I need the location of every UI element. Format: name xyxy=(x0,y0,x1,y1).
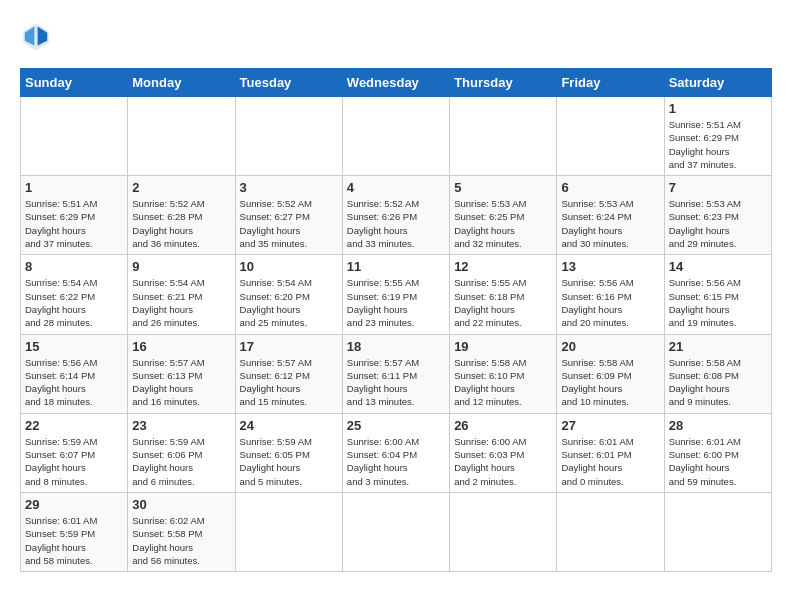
calendar-cell xyxy=(21,97,128,176)
day-info: Sunrise: 5:51 AMSunset: 6:29 PMDaylight … xyxy=(25,197,123,250)
calendar-header-row: SundayMondayTuesdayWednesdayThursdayFrid… xyxy=(21,69,772,97)
calendar-cell: 6Sunrise: 5:53 AMSunset: 6:24 PMDaylight… xyxy=(557,176,664,255)
col-header-friday: Friday xyxy=(557,69,664,97)
day-number: 16 xyxy=(132,339,230,354)
day-number: 29 xyxy=(25,497,123,512)
calendar-week-2: 1Sunrise: 5:51 AMSunset: 6:29 PMDaylight… xyxy=(21,176,772,255)
day-info: Sunrise: 5:54 AMSunset: 6:20 PMDaylight … xyxy=(240,276,338,329)
day-number: 18 xyxy=(347,339,445,354)
day-info: Sunrise: 6:00 AMSunset: 6:03 PMDaylight … xyxy=(454,435,552,488)
calendar-cell xyxy=(557,97,664,176)
day-info: Sunrise: 6:00 AMSunset: 6:04 PMDaylight … xyxy=(347,435,445,488)
calendar-cell: 24Sunrise: 5:59 AMSunset: 6:05 PMDayligh… xyxy=(235,413,342,492)
day-info: Sunrise: 5:59 AMSunset: 6:05 PMDaylight … xyxy=(240,435,338,488)
calendar-cell: 19Sunrise: 5:58 AMSunset: 6:10 PMDayligh… xyxy=(450,334,557,413)
day-number: 5 xyxy=(454,180,552,195)
day-number: 6 xyxy=(561,180,659,195)
calendar-cell: 17Sunrise: 5:57 AMSunset: 6:12 PMDayligh… xyxy=(235,334,342,413)
calendar-cell xyxy=(128,97,235,176)
logo xyxy=(20,20,56,52)
calendar-cell: 25Sunrise: 6:00 AMSunset: 6:04 PMDayligh… xyxy=(342,413,449,492)
calendar-cell: 23Sunrise: 5:59 AMSunset: 6:06 PMDayligh… xyxy=(128,413,235,492)
calendar-cell: 13Sunrise: 5:56 AMSunset: 6:16 PMDayligh… xyxy=(557,255,664,334)
day-info: Sunrise: 5:56 AMSunset: 6:14 PMDaylight … xyxy=(25,356,123,409)
calendar-cell: 18Sunrise: 5:57 AMSunset: 6:11 PMDayligh… xyxy=(342,334,449,413)
day-info: Sunrise: 5:52 AMSunset: 6:28 PMDaylight … xyxy=(132,197,230,250)
day-number: 22 xyxy=(25,418,123,433)
calendar-cell: 30Sunrise: 6:02 AMSunset: 5:58 PMDayligh… xyxy=(128,492,235,571)
day-number: 1 xyxy=(25,180,123,195)
col-header-monday: Monday xyxy=(128,69,235,97)
calendar-cell: 1Sunrise: 5:51 AMSunset: 6:29 PMDaylight… xyxy=(664,97,771,176)
calendar-week-6: 29Sunrise: 6:01 AMSunset: 5:59 PMDayligh… xyxy=(21,492,772,571)
day-number: 8 xyxy=(25,259,123,274)
day-info: Sunrise: 5:56 AMSunset: 6:16 PMDaylight … xyxy=(561,276,659,329)
calendar-cell: 2Sunrise: 5:52 AMSunset: 6:28 PMDaylight… xyxy=(128,176,235,255)
col-header-tuesday: Tuesday xyxy=(235,69,342,97)
day-number: 20 xyxy=(561,339,659,354)
calendar-cell: 9Sunrise: 5:54 AMSunset: 6:21 PMDaylight… xyxy=(128,255,235,334)
day-info: Sunrise: 5:51 AMSunset: 6:29 PMDaylight … xyxy=(669,118,767,171)
day-info: Sunrise: 5:52 AMSunset: 6:27 PMDaylight … xyxy=(240,197,338,250)
calendar-cell: 4Sunrise: 5:52 AMSunset: 6:26 PMDaylight… xyxy=(342,176,449,255)
calendar-cell: 12Sunrise: 5:55 AMSunset: 6:18 PMDayligh… xyxy=(450,255,557,334)
day-info: Sunrise: 5:59 AMSunset: 6:07 PMDaylight … xyxy=(25,435,123,488)
day-info: Sunrise: 5:58 AMSunset: 6:09 PMDaylight … xyxy=(561,356,659,409)
calendar-cell: 22Sunrise: 5:59 AMSunset: 6:07 PMDayligh… xyxy=(21,413,128,492)
day-number: 19 xyxy=(454,339,552,354)
day-info: Sunrise: 5:54 AMSunset: 6:21 PMDaylight … xyxy=(132,276,230,329)
day-number: 17 xyxy=(240,339,338,354)
calendar-cell: 10Sunrise: 5:54 AMSunset: 6:20 PMDayligh… xyxy=(235,255,342,334)
day-number: 23 xyxy=(132,418,230,433)
day-number: 14 xyxy=(669,259,767,274)
logo-icon xyxy=(20,20,52,52)
day-number: 2 xyxy=(132,180,230,195)
day-number: 24 xyxy=(240,418,338,433)
day-number: 26 xyxy=(454,418,552,433)
col-header-sunday: Sunday xyxy=(21,69,128,97)
day-info: Sunrise: 6:01 AMSunset: 6:01 PMDaylight … xyxy=(561,435,659,488)
calendar-cell xyxy=(450,97,557,176)
calendar-cell: 28Sunrise: 6:01 AMSunset: 6:00 PMDayligh… xyxy=(664,413,771,492)
calendar-cell: 15Sunrise: 5:56 AMSunset: 6:14 PMDayligh… xyxy=(21,334,128,413)
day-info: Sunrise: 5:58 AMSunset: 6:08 PMDaylight … xyxy=(669,356,767,409)
day-number: 15 xyxy=(25,339,123,354)
calendar-week-4: 15Sunrise: 5:56 AMSunset: 6:14 PMDayligh… xyxy=(21,334,772,413)
col-header-saturday: Saturday xyxy=(664,69,771,97)
day-number: 30 xyxy=(132,497,230,512)
calendar-cell: 11Sunrise: 5:55 AMSunset: 6:19 PMDayligh… xyxy=(342,255,449,334)
calendar-cell xyxy=(235,492,342,571)
calendar-week-5: 22Sunrise: 5:59 AMSunset: 6:07 PMDayligh… xyxy=(21,413,772,492)
day-number: 3 xyxy=(240,180,338,195)
day-info: Sunrise: 5:52 AMSunset: 6:26 PMDaylight … xyxy=(347,197,445,250)
calendar-cell: 26Sunrise: 6:00 AMSunset: 6:03 PMDayligh… xyxy=(450,413,557,492)
day-info: Sunrise: 5:55 AMSunset: 6:18 PMDaylight … xyxy=(454,276,552,329)
page-header xyxy=(20,20,772,52)
day-number: 28 xyxy=(669,418,767,433)
day-number: 13 xyxy=(561,259,659,274)
calendar-table: SundayMondayTuesdayWednesdayThursdayFrid… xyxy=(20,68,772,572)
calendar-cell xyxy=(450,492,557,571)
day-number: 12 xyxy=(454,259,552,274)
day-number: 10 xyxy=(240,259,338,274)
day-info: Sunrise: 5:59 AMSunset: 6:06 PMDaylight … xyxy=(132,435,230,488)
day-info: Sunrise: 5:58 AMSunset: 6:10 PMDaylight … xyxy=(454,356,552,409)
calendar-cell: 7Sunrise: 5:53 AMSunset: 6:23 PMDaylight… xyxy=(664,176,771,255)
day-info: Sunrise: 6:02 AMSunset: 5:58 PMDaylight … xyxy=(132,514,230,567)
calendar-cell: 3Sunrise: 5:52 AMSunset: 6:27 PMDaylight… xyxy=(235,176,342,255)
day-info: Sunrise: 5:53 AMSunset: 6:23 PMDaylight … xyxy=(669,197,767,250)
day-info: Sunrise: 6:01 AMSunset: 6:00 PMDaylight … xyxy=(669,435,767,488)
calendar-cell: 29Sunrise: 6:01 AMSunset: 5:59 PMDayligh… xyxy=(21,492,128,571)
calendar-week-1: 1Sunrise: 5:51 AMSunset: 6:29 PMDaylight… xyxy=(21,97,772,176)
day-number: 27 xyxy=(561,418,659,433)
col-header-thursday: Thursday xyxy=(450,69,557,97)
day-info: Sunrise: 5:53 AMSunset: 6:25 PMDaylight … xyxy=(454,197,552,250)
day-info: Sunrise: 5:53 AMSunset: 6:24 PMDaylight … xyxy=(561,197,659,250)
calendar-cell: 21Sunrise: 5:58 AMSunset: 6:08 PMDayligh… xyxy=(664,334,771,413)
day-number: 7 xyxy=(669,180,767,195)
calendar-cell: 27Sunrise: 6:01 AMSunset: 6:01 PMDayligh… xyxy=(557,413,664,492)
calendar-cell: 16Sunrise: 5:57 AMSunset: 6:13 PMDayligh… xyxy=(128,334,235,413)
day-info: Sunrise: 5:57 AMSunset: 6:13 PMDaylight … xyxy=(132,356,230,409)
day-number: 21 xyxy=(669,339,767,354)
col-header-wednesday: Wednesday xyxy=(342,69,449,97)
